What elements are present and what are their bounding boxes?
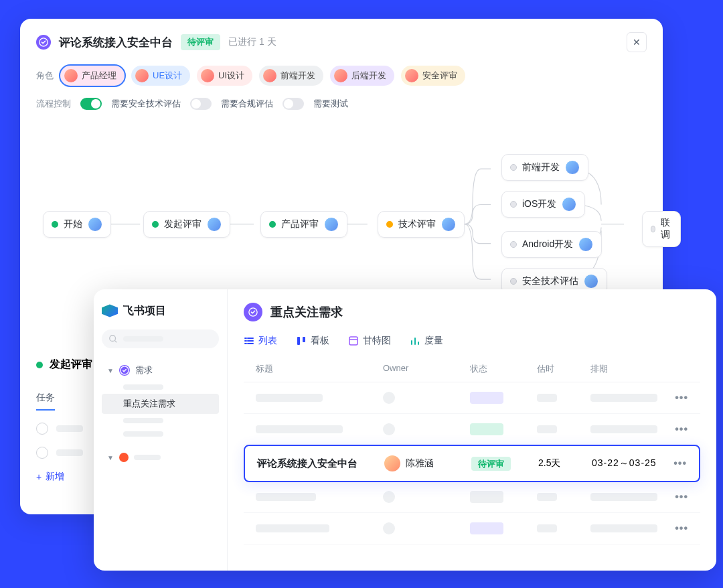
col-title: 标题 [256,363,383,375]
status-dot-icon [269,221,276,228]
checkbox-icon[interactable] [36,447,48,459]
flow-node-android[interactable]: Android开发 [501,231,602,258]
table-row[interactable]: ••• [244,482,700,513]
status-dot-icon [510,241,517,248]
main-title: 重点关注需求 [270,304,343,320]
role-chip[interactable]: 产品经理 [60,66,125,86]
roles-label: 角色 [36,70,54,82]
sidebar-item[interactable] [102,414,219,427]
role-chip[interactable]: 安全评审 [401,66,465,86]
skeleton [56,425,83,432]
gantt-icon [348,336,359,346]
table-row[interactable]: ••• [244,382,700,414]
col-owner: Owner [383,363,470,375]
tab-kanban[interactable]: 看板 [296,335,329,351]
search-input[interactable] [102,329,219,348]
avatar [64,69,78,82]
flow-node-ios[interactable]: iOS开发 [501,191,585,218]
svg-line-7 [115,341,117,343]
sidebar-item[interactable] [102,380,219,394]
skeleton [256,394,323,402]
toggle-label: 需要合规评估 [221,98,273,110]
sidebar-item[interactable]: ▼ [102,449,219,466]
flow-node-joint[interactable]: 联调 [642,211,681,247]
svg-rect-12 [349,337,357,345]
caret-down-icon: ▼ [107,367,114,374]
toggle-switch[interactable] [283,98,304,110]
skeleton [123,384,163,390]
more-button[interactable]: ••• [668,392,688,404]
skeleton [470,522,503,534]
col-status: 状态 [470,363,537,375]
skeoice [256,493,316,501]
tab-gantt[interactable]: 甘特图 [348,335,391,351]
status-dot-icon [52,221,58,228]
flow-control-label: 流程控制 [36,98,71,110]
col-schedule: 排期 [590,363,668,375]
close-button[interactable]: ✕ [627,32,647,52]
sidebar: 飞书项目 ▼ 需求 重点关注需求 ▼ [94,289,228,571]
flow-node-start[interactable]: 开始 [43,211,111,238]
avatar-skeleton [383,522,395,534]
feishu-logo-icon [102,303,118,319]
toggle-label: 需要测试 [313,98,348,110]
row-title: 评论系统接入安全中台 [257,457,384,470]
skeleton [123,431,163,437]
avatar-skeleton [383,491,395,503]
avatar-skeleton [383,392,395,404]
sidebar-item-focus[interactable]: 重点关注需求 [102,394,219,414]
table-row[interactable]: ••• [244,513,700,544]
tab-list[interactable]: 列表 [244,335,277,351]
chart-icon [410,336,420,346]
sidebar-item-requirements[interactable]: ▼ 需求 [102,360,219,380]
skeleton [123,418,163,423]
list-icon [244,336,254,346]
skeleton [123,336,163,342]
avatar [578,237,593,252]
status-dot-icon [36,362,43,368]
more-button[interactable]: ••• [668,423,688,435]
table-row-highlighted[interactable]: 评论系统接入安全中台 陈雅涵 待评审 2.5天 03-22～03-25 ••• [244,445,700,482]
svg-rect-10 [297,337,300,345]
lower-title: 发起评审 [50,358,92,372]
skeleton [590,493,657,501]
svg-point-6 [110,336,116,342]
status-dot-icon [152,221,159,228]
search-icon [108,334,118,344]
status-dot-icon [386,221,393,228]
skeleton [256,524,329,532]
role-chip[interactable]: 后端开发 [330,66,394,86]
status-dot-icon [510,201,517,208]
flow-node-frontend[interactable]: 前端开发 [501,154,588,181]
toggle-switch[interactable] [80,98,102,110]
role-chip[interactable]: 前端开发 [259,66,323,86]
project-panel: 飞书项目 ▼ 需求 重点关注需求 ▼ 重点关注需求 列表 [94,289,716,571]
toggle-switch[interactable] [190,98,212,110]
checkbox-icon[interactable] [36,423,48,435]
toggle-label: 需要安全技术评估 [111,98,181,110]
svg-rect-11 [303,337,305,342]
workflow-check-icon [36,35,51,50]
more-button[interactable]: ••• [668,491,688,503]
col-estimate: 估时 [537,363,590,375]
skeleton [537,394,557,402]
more-button[interactable]: ••• [668,522,688,534]
tab-metrics[interactable]: 度量 [410,335,443,351]
table-row[interactable]: ••• [244,414,700,445]
sidebar-item[interactable] [102,427,219,441]
flow-node-initiate[interactable]: 发起评审 [143,211,230,238]
role-chip[interactable]: UE设计 [131,66,190,86]
flow-node-tech[interactable]: 技术评审 [378,211,465,238]
avatar [562,197,576,212]
skeleton [134,455,161,460]
role-chip[interactable]: UI设计 [197,66,252,86]
more-button[interactable]: ••• [667,457,687,469]
check-circle-icon [244,303,262,321]
avatar-skeleton [383,423,395,435]
tasks-tab[interactable]: 任务 [36,392,55,411]
row-schedule: 03-22～03-25 [592,457,667,469]
flow-node-product[interactable]: 产品评审 [260,211,347,238]
kanban-icon [296,336,307,346]
skeleton [256,425,343,433]
skeleton [470,491,503,503]
